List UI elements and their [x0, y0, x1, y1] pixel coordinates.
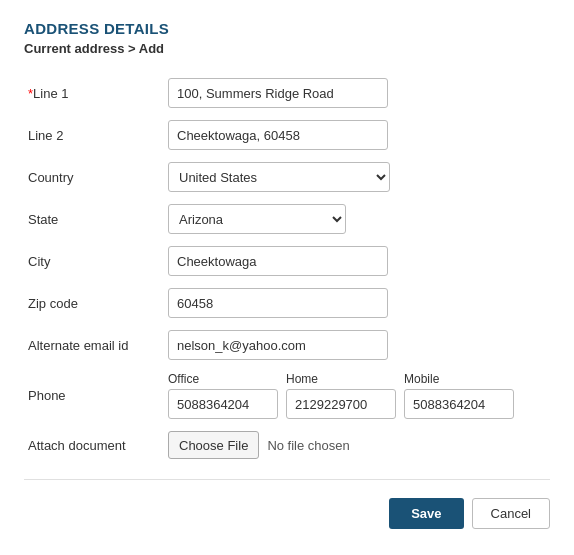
breadcrumb: Current address > Add [24, 41, 550, 56]
zip-input[interactable] [168, 288, 388, 318]
page-title: ADDRESS DETAILS [24, 20, 550, 37]
city-input[interactable] [168, 246, 388, 276]
no-file-text: No file chosen [267, 438, 349, 453]
state-label: State [28, 212, 58, 227]
attach-label: Attach document [28, 438, 126, 453]
alt-email-label: Alternate email id [28, 338, 128, 353]
line1-input[interactable] [168, 78, 388, 108]
phone-home-input[interactable] [286, 389, 396, 419]
save-button[interactable]: Save [389, 498, 463, 529]
phone-office-input[interactable] [168, 389, 278, 419]
phone-home-label: Home [286, 372, 396, 386]
line2-input[interactable] [168, 120, 388, 150]
phone-mobile-input[interactable] [404, 389, 514, 419]
line1-label: Line 1 [33, 86, 68, 101]
city-label: City [28, 254, 50, 269]
alt-email-input[interactable] [168, 330, 388, 360]
country-label: Country [28, 170, 74, 185]
divider [24, 479, 550, 480]
phone-office-label: Office [168, 372, 278, 386]
phone-mobile-label: Mobile [404, 372, 514, 386]
cancel-button[interactable]: Cancel [472, 498, 550, 529]
country-select[interactable]: United States Canada United Kingdom Aust… [168, 162, 390, 192]
zip-label: Zip code [28, 296, 78, 311]
state-select[interactable]: Alabama Alaska Arizona Arkansas Californ… [168, 204, 346, 234]
line2-label: Line 2 [28, 128, 63, 143]
choose-file-button[interactable]: Choose File [168, 431, 259, 459]
phone-label: Phone [28, 388, 66, 403]
